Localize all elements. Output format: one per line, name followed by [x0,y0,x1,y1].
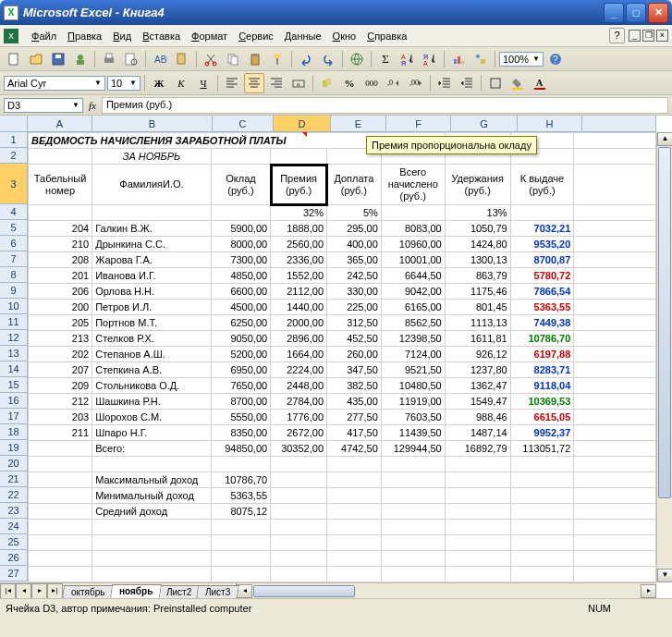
cell[interactable]: 9535,20 [510,237,574,252]
cell[interactable]: 8000,00 [211,237,270,252]
cell[interactable] [574,520,656,535]
cell[interactable]: 2672,00 [271,425,327,441]
cell[interactable]: Максимальный доход [92,472,212,488]
font-name-combo[interactable]: Arial Cyr▼ [4,76,105,91]
row-header-5[interactable]: 5 [0,220,28,236]
cell[interactable]: 207 [29,362,92,378]
open-button[interactable] [26,49,46,69]
cell[interactable] [510,535,574,551]
permission-button[interactable] [70,49,91,69]
column-headers[interactable]: ABCDEFGH [28,116,656,132]
cell[interactable]: Средний доход [92,504,212,520]
col-header-D[interactable]: D [274,116,331,132]
cell[interactable]: Стелков Р.Х. [92,331,212,347]
cell[interactable]: 4500,00 [211,300,270,315]
col-header-H[interactable]: H [518,116,582,132]
comma-button[interactable]: 000 [361,73,382,93]
cell[interactable]: 10001,00 [381,252,445,268]
cell[interactable] [92,457,212,472]
cell[interactable] [271,520,327,535]
cell[interactable]: ФамилияИ.О. [92,165,212,205]
hyperlink-button[interactable] [347,49,367,69]
cell[interactable]: 1424,80 [445,237,510,252]
cell[interactable]: 8562,50 [381,315,445,331]
cell[interactable]: 2000,00 [271,315,327,331]
cell[interactable] [271,149,327,165]
cell[interactable] [510,457,574,472]
horizontal-scrollbar[interactable]: ◂ ▸ [236,583,656,598]
new-button[interactable] [4,49,24,69]
cell[interactable] [327,567,382,582]
cell[interactable] [445,488,510,504]
cell[interactable]: Шашкина Р.Н. [92,394,212,410]
cell[interactable] [381,472,445,488]
cell[interactable]: 94850,00 [211,441,270,457]
cell[interactable]: Жарова Г.А. [92,252,212,268]
decrease-decimal-button[interactable]: ,00 [406,73,426,93]
undo-button[interactable] [296,49,316,69]
cell[interactable]: 7866,54 [510,284,574,300]
row-header-26[interactable]: 26 [0,550,28,566]
row-header-22[interactable]: 22 [0,487,28,503]
vscroll-thumb[interactable] [658,147,671,498]
cell[interactable]: 205 [29,315,92,331]
row-header-13[interactable]: 13 [0,346,28,361]
cell[interactable]: 801,45 [445,300,510,315]
cell[interactable] [381,551,445,567]
cell[interactable]: 9521,50 [381,362,445,378]
cell[interactable] [381,535,445,551]
cell[interactable]: 260,00 [327,347,382,362]
cell[interactable] [510,205,574,221]
cut-button[interactable] [201,49,221,69]
cell[interactable] [574,284,656,300]
cell[interactable] [574,504,656,520]
cell[interactable] [574,300,656,315]
cell[interactable] [327,535,382,551]
copy-button[interactable] [223,49,243,69]
cell[interactable]: Петров И.Л. [92,300,212,315]
cell[interactable]: 210 [29,237,92,252]
cell[interactable]: К выдаче (руб.) [510,165,574,205]
cell[interactable]: 129944,50 [381,441,445,457]
cell[interactable]: 209 [29,378,92,394]
cell[interactable]: 417,50 [327,425,382,441]
cell[interactable]: Стольникова О.Д. [92,378,212,394]
scroll-up-button[interactable]: ▲ [657,132,672,146]
cell[interactable]: 10786,70 [211,472,270,488]
cell[interactable]: Иванова И.Г. [92,268,212,284]
cell[interactable] [92,520,212,535]
row-headers[interactable]: 1234567891011121314151617181920212223242… [0,132,28,582]
cell[interactable]: 5780,72 [510,268,574,284]
cell[interactable]: 202 [29,347,92,362]
cell[interactable]: Орлова Н.Н. [92,284,212,300]
cell[interactable] [445,472,510,488]
cell[interactable] [510,567,574,582]
cell[interactable] [29,551,92,567]
worksheet-grid[interactable]: ABCDEFGH 1234567891011121314151617181920… [0,116,672,598]
sort-asc-button[interactable]: АЯ [397,49,418,69]
cell[interactable]: Доплата (руб.) [327,165,382,205]
cell[interactable] [29,457,92,472]
cell[interactable]: 5200,00 [211,347,270,362]
cell[interactable]: 435,00 [327,394,382,410]
row-header-9[interactable]: 9 [0,283,28,299]
help-button[interactable]: ? [545,49,566,69]
cell[interactable]: 113051,72 [510,441,574,457]
print-button[interactable] [99,49,119,69]
cell[interactable]: 4742,50 [327,441,382,457]
maximize-button[interactable]: □ [626,3,646,23]
cell[interactable]: 212 [29,394,92,410]
cell[interactable] [510,488,574,504]
row-header-4[interactable]: 4 [0,204,28,220]
cell[interactable]: 5363,55 [211,488,270,504]
scroll-down-button[interactable]: ▼ [657,569,672,582]
cell[interactable]: 9118,04 [510,378,574,394]
cell[interactable]: 6615,05 [510,410,574,425]
cell[interactable]: 5900,00 [211,221,270,237]
cell[interactable] [271,551,327,567]
cell[interactable]: Дрынкина С.С. [92,237,212,252]
cell[interactable] [29,567,92,582]
underline-button[interactable]: Ч [193,73,214,93]
menu-Вид[interactable]: Вид [107,28,137,44]
sheet-prev-button[interactable]: ◂ [16,583,31,598]
